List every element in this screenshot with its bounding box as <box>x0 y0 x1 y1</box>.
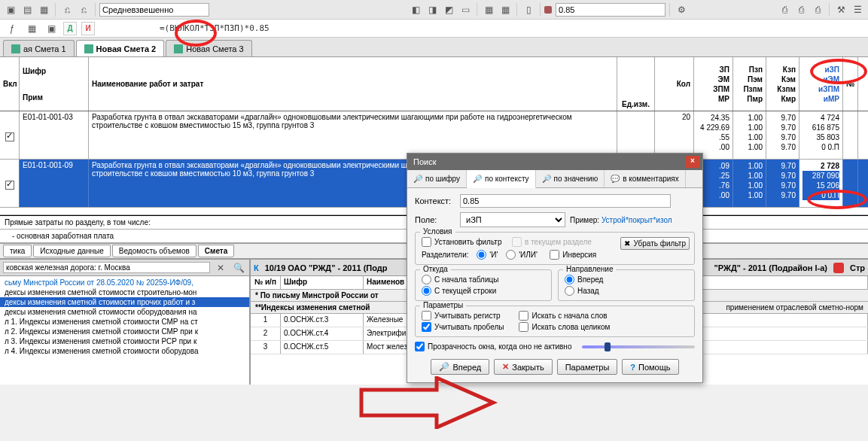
dialog-close-button[interactable]: × <box>686 156 699 168</box>
doc-tab-2[interactable]: Новая Смета 2 <box>76 40 165 56</box>
tree-item[interactable]: л 2. Индексы изменения сметной стоимости… <box>0 327 249 336</box>
tb-icon[interactable]: ▭ <box>458 2 473 17</box>
cb-inversion[interactable] <box>550 250 559 260</box>
col-vkl[interactable]: Вкл <box>0 57 20 111</box>
doc-tab-3[interactable]: Новая Смета 3 <box>166 40 251 56</box>
tb-icon[interactable]: ◨ <box>425 2 440 17</box>
field-select[interactable]: иЗП <box>460 212 565 227</box>
tree-item[interactable]: дексы изменения сметной стоимости прочих… <box>0 297 249 307</box>
rb-and[interactable] <box>477 250 486 260</box>
tb-icon[interactable]: ▯ <box>521 2 536 17</box>
tree-item[interactable]: сьму Минстрой России от 28.05.2020 № 202… <box>0 278 249 287</box>
tb-icon[interactable]: ⚙ <box>674 2 689 17</box>
dlg-tab-value[interactable]: 🔎по значению <box>536 170 605 187</box>
tree-item[interactable]: л 4. Индексы изменения сметной стоимости… <box>0 346 249 356</box>
tb-icon[interactable]: ⎌ <box>59 2 75 17</box>
rb-from-current[interactable] <box>422 286 431 296</box>
tb-icon[interactable]: ◩ <box>441 2 456 17</box>
dlg-tab-context[interactable]: 🔎по контексту <box>467 170 536 188</box>
toolbar-dropdown[interactable] <box>99 3 209 17</box>
doc-icon <box>174 44 183 53</box>
close-button[interactable]: ✕ Закрыть <box>494 359 552 375</box>
tb-icon[interactable]: ⎙ <box>793 2 809 17</box>
tree-item[interactable]: л 1. Индексы изменения сметной стоимости… <box>0 317 249 327</box>
hdr-text: Прим <box>23 93 85 102</box>
tree-item[interactable]: дексы изменения сметной стоимости оборуд… <box>0 307 249 317</box>
col-kol[interactable]: Кол <box>655 57 694 111</box>
tb-icon[interactable]: ◧ <box>408 2 423 17</box>
cb-current-section <box>512 237 522 247</box>
tb-icon[interactable]: ▣ <box>3 2 18 17</box>
sheet-tab[interactable]: Ведомость объемов <box>112 245 196 257</box>
formula-text[interactable]: =(ВКЛКОЛ*ТЗП*ПЗП)*0.85 <box>99 23 863 33</box>
warn-icon <box>833 263 844 273</box>
rb-backward[interactable] <box>565 286 574 296</box>
tb-icon[interactable]: ⎙ <box>777 2 792 17</box>
tb-icon[interactable]: ☰ <box>850 2 865 17</box>
cb-transparency[interactable] <box>415 342 425 351</box>
formula-cancel-button[interactable]: И <box>81 22 95 35</box>
cb-whitespace[interactable] <box>422 322 431 332</box>
include-checkbox[interactable] <box>5 181 14 190</box>
clear-icon[interactable]: ✕ <box>213 260 228 275</box>
col-name[interactable]: Наименование работ и затрат <box>89 57 617 111</box>
col-edizm[interactable]: Ед.изм. <box>617 57 655 111</box>
sheet-tab[interactable]: Исходные данные <box>33 245 111 257</box>
rb-or[interactable] <box>506 250 516 260</box>
include-checkbox[interactable] <box>5 132 14 141</box>
col-pzp[interactable]: ПзпПэмПзпмПмр <box>733 57 766 111</box>
index-tab[interactable]: 10/19 ОАО "РЖД" - 2011 (Подр <box>265 263 388 272</box>
remove-filter-button[interactable]: ✖ Убрать фильтр <box>620 237 690 250</box>
tab-label: Новая Смета 3 <box>186 44 243 53</box>
search-icon: 🔎 <box>413 175 422 184</box>
rb-forward[interactable] <box>565 275 574 284</box>
fx-icon[interactable]: ▣ <box>44 21 59 36</box>
cell-name: Разработка грунта в отвал экскаваторами … <box>89 111 617 159</box>
tb-icon[interactable]: ⚒ <box>833 2 848 17</box>
tree-item[interactable]: дексы изменения сметной стоимости строит… <box>0 287 249 297</box>
forward-button[interactable]: 🔎 Вперед <box>431 359 489 375</box>
fx-icon[interactable]: ƒ <box>5 21 20 36</box>
cb-case[interactable] <box>422 311 431 321</box>
group-conditions: Условия Установить фильтр в текущем разд… <box>415 232 695 265</box>
sheet-tab[interactable]: Смета <box>198 245 235 257</box>
formula-accept-button[interactable]: Д <box>63 22 77 35</box>
help-button[interactable]: ? Помощь <box>622 359 678 375</box>
example-link[interactable]: Устрой*покрыт*изол <box>602 216 672 224</box>
col-no[interactable]: № <box>843 57 858 111</box>
tb-icon[interactable]: ▤ <box>20 2 35 17</box>
col-shifr[interactable]: Шифр Прим <box>20 57 89 111</box>
col-izp[interactable]: иЗПиЭМиЗПМиМР <box>799 57 843 111</box>
index-tab[interactable]: "РЖД" - 2011 (Подрайон I-а) <box>714 263 827 272</box>
dlg-tab-comments[interactable]: 💬в комментариях <box>605 170 686 187</box>
cb-wholeword[interactable] <box>519 322 528 332</box>
tb-icon[interactable]: ▦ <box>498 2 513 17</box>
rb-from-start[interactable] <box>422 275 431 284</box>
context-input[interactable] <box>460 194 671 208</box>
index-tab[interactable]: Стр <box>850 263 865 272</box>
toolbar-row-1: ▣ ▤ ▦ ⎌ ⎌ ◧ ◨ ◩ ▭ ▦ ▦ ▯ ⚙ ⎙ ⎙ ⎙ ⚒ ☰ <box>0 0 868 20</box>
search-dialog: Поиск × 🔎по шифру 🔎по контексту 🔎по знач… <box>407 153 703 383</box>
sheet-tab[interactable]: тика <box>3 245 32 257</box>
cb-wordstart[interactable] <box>519 311 528 321</box>
tree-list[interactable]: сьму Минстрой России от 28.05.2020 № 202… <box>0 276 249 357</box>
search-icon[interactable]: 🔍 <box>231 260 246 275</box>
doc-tab-1[interactable]: ая Смета 1 <box>3 40 75 56</box>
tree-search-input[interactable] <box>3 262 210 273</box>
group-title: Направление <box>563 265 616 273</box>
fx-icon[interactable]: ▦ <box>24 21 39 36</box>
col-zp[interactable]: ЗПЭМЗПММР <box>694 57 733 111</box>
params-button[interactable]: Параметры <box>557 359 618 375</box>
dialog-titlebar[interactable]: Поиск × <box>407 154 702 170</box>
group-title: Условия <box>420 227 455 236</box>
tb-icon[interactable]: ⎙ <box>810 2 825 17</box>
dlg-tab-shifr[interactable]: 🔎по шифру <box>407 170 467 187</box>
transparency-slider[interactable] <box>582 345 695 348</box>
tree-item[interactable]: л 3. Индексы изменения сметной стоимости… <box>0 336 249 346</box>
tb-icon[interactable]: ▦ <box>36 2 51 17</box>
tb-icon[interactable]: ⎌ <box>76 2 91 17</box>
col-kzp[interactable]: КзпКэмКзпмКмр <box>766 57 799 111</box>
percent-input[interactable] <box>556 3 665 17</box>
cb-set-filter[interactable] <box>422 237 431 247</box>
tb-icon[interactable]: ▦ <box>481 2 496 17</box>
